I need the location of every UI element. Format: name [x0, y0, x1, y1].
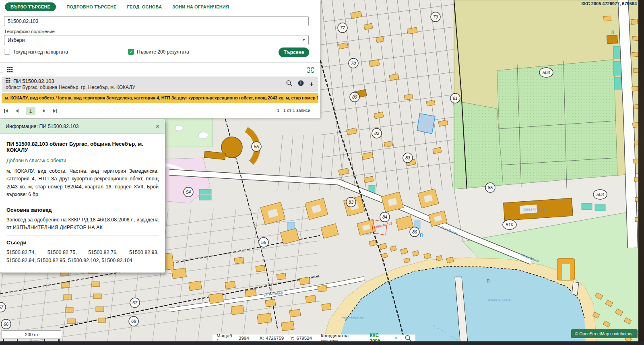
order-section-heading: Основна заповед	[6, 203, 159, 213]
search-tabs: БЪРЗО ТЪРСЕНЕ ПОДРОБНО ТЪРСЕНЕ ГЕОД. ОСН…	[5, 2, 229, 11]
search-options-row: Текущ изглед на картата ✓ Първите 200 ре…	[0, 49, 320, 58]
y-label: Y:	[290, 336, 294, 341]
pagination: 1	[4, 107, 57, 115]
geo-position-value: Избери	[4, 37, 25, 43]
svg-text:57: 57	[0, 305, 4, 310]
svg-text:79: 79	[433, 14, 438, 19]
first-200-checkbox[interactable]: ✓ Първите 200 резултата	[128, 49, 189, 55]
osm-attribution[interactable]: © OpenStreetMap contributors.	[571, 329, 638, 338]
tab-geodetic-base[interactable]: ГЕОД. ОСНОВА	[127, 4, 162, 9]
search-panel: БЪРЗО ТЪРСЕНЕ ПОДРОБНО ТЪРСЕНЕ ГЕОД. ОСН…	[0, 0, 320, 118]
x-value: 4726759	[266, 336, 284, 341]
svg-text:55: 55	[254, 144, 259, 149]
grid-icon	[7, 67, 13, 74]
results-toolbar	[0, 66, 320, 74]
svg-text:68: 68	[131, 319, 136, 324]
info-popup-body: ПИ 51500.82.103 област Бургас, община Не…	[0, 134, 165, 273]
page-number[interactable]: 1	[26, 107, 35, 115]
records-count: 1 - 1 от 1 записи	[277, 108, 310, 113]
chevron-down-icon: ▼	[299, 35, 308, 45]
result-title-row: ПИ 51500.82.103	[6, 78, 314, 84]
result-subtitle: област Бургас, община Несебър, гр. Несеб…	[6, 85, 314, 90]
chevron-down-icon[interactable]: ▼	[394, 337, 398, 340]
svg-text:П: П	[611, 30, 614, 35]
first-page-icon[interactable]	[4, 109, 8, 113]
tab-restriction-zones[interactable]: ЗОНИ НА ОГРАНИЧЕНИЯ	[172, 4, 229, 9]
neighbors-section-heading: Съседи	[6, 236, 159, 246]
geo-position-label: Географско положение	[5, 29, 55, 34]
next-page-icon[interactable]	[42, 109, 46, 113]
panel-divider	[0, 62, 320, 63]
current-view-checkbox[interactable]: Текущ изглед на картата	[4, 49, 68, 55]
svg-text:238467/741157: 238467/741157	[341, 316, 364, 320]
current-view-label: Текущ изглед на картата	[13, 49, 68, 55]
tab-detailed-search[interactable]: ПОДРОБНО ТЪРСЕНЕ	[66, 4, 116, 9]
first-200-label: Първите 200 резултата	[137, 49, 189, 55]
svg-text:83: 83	[405, 155, 411, 160]
application-window: 51500.82.103 Иван ВазовИван Вазовул. Нес…	[0, 0, 644, 345]
svg-text:503: 503	[543, 70, 550, 75]
svg-text:П: П	[420, 233, 423, 238]
y-value: 679524	[297, 336, 312, 341]
screen-bottom-strip	[0, 341, 644, 345]
parcel-heading: ПИ 51500.82.103 област Бургас, община Не…	[6, 141, 159, 153]
map-status-bar: Мащаб 1: 3994 X: 4726759 Y: 679524 Коорд…	[213, 335, 415, 342]
tab-quick-search[interactable]: БЪРЗО ТЪРСЕНЕ	[5, 2, 56, 11]
select-all-checkbox[interactable]	[0, 67, 3, 72]
svg-text:67: 67	[132, 300, 138, 305]
search-button[interactable]: Търсене	[279, 48, 309, 57]
info-icon[interactable]: i	[298, 80, 304, 88]
svg-text:82: 82	[374, 131, 379, 136]
add-to-object-list-link[interactable]: Добави в списък с обекти	[6, 158, 159, 163]
svg-text:П: П	[487, 279, 489, 283]
prev-page-icon[interactable]	[15, 109, 19, 113]
map-scale-bar: 200 m	[2, 330, 61, 339]
neighbors-list: 51500.82.74, 51500.82.75, 51500.82.76, 5…	[6, 249, 159, 264]
info-popup: Информация: ПИ 51500.82.103 × ПИ 51500.8…	[0, 119, 165, 273]
svg-text:84: 84	[382, 215, 387, 219]
scale-value: 3994	[239, 336, 249, 341]
info-popup-header[interactable]: Информация: ПИ 51500.82.103 ×	[0, 119, 165, 134]
checkbox-unchecked-icon[interactable]	[4, 49, 10, 55]
selected-parcel[interactable]	[417, 114, 435, 134]
info-popup-title: Информация: ПИ 51500.82.103	[6, 124, 78, 129]
search-input[interactable]	[4, 16, 309, 26]
svg-text:240367/742475: 240367/742475	[488, 298, 511, 302]
svg-text:239137/741343: 239137/741343	[523, 208, 546, 211]
map-edge-dark-strip	[638, 0, 644, 345]
zoom-to-object-icon[interactable]	[286, 80, 292, 88]
x-label: X:	[260, 336, 264, 341]
result-item[interactable]: ПИ 51500.82.103 област Бургас, община Не…	[2, 76, 318, 92]
zoom-to-results-icon[interactable]	[308, 67, 314, 74]
svg-text:54: 54	[186, 190, 191, 194]
parcel-description: м. КОКАЛУ, вид собств. Частна, вид терит…	[6, 167, 159, 199]
cursor-coordinates-readout: ККС 2005 4726977, 679584	[582, 1, 637, 6]
svg-text:77: 77	[340, 25, 345, 30]
svg-text:78: 78	[351, 61, 356, 66]
svg-text:56: 56	[261, 240, 266, 245]
add-to-list-icon[interactable]: +	[310, 81, 314, 87]
order-text: Заповед за одобрение на КККР РД-18-46/18…	[6, 216, 159, 232]
svg-text:i: i	[300, 81, 301, 85]
geo-position-select[interactable]: Избери ▼	[4, 35, 309, 45]
svg-text:83: 83	[349, 200, 354, 205]
svg-text:503: 503	[597, 192, 604, 197]
result-title: ПИ 51500.82.103	[13, 78, 54, 84]
svg-text:86: 86	[412, 229, 417, 234]
grid-icon	[6, 78, 10, 84]
checkbox-checked-icon[interactable]: ✓	[128, 49, 134, 55]
svg-text:66: 66	[4, 322, 9, 326]
result-details-highlight[interactable]: м. КОКАЛУ, вид собств. Частна, вид терит…	[2, 93, 318, 103]
result-actions: i +	[286, 80, 314, 88]
svg-text:81: 81	[453, 96, 458, 101]
coordinate-search-icon[interactable]	[405, 335, 411, 341]
close-icon[interactable]: ×	[156, 123, 159, 130]
last-page-icon[interactable]	[53, 109, 57, 113]
svg-text:85: 85	[488, 185, 493, 190]
svg-text:510: 510	[506, 222, 514, 227]
svg-text:80: 80	[352, 95, 357, 99]
